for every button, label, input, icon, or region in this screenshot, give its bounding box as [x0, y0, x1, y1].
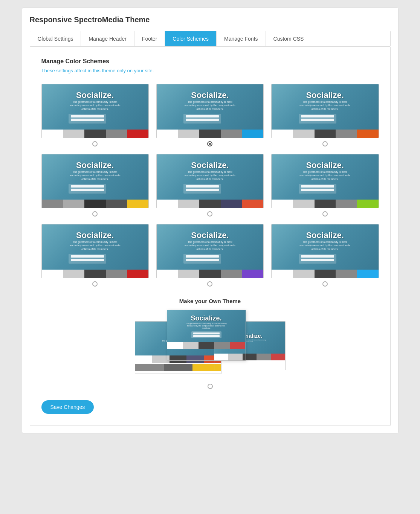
swatch-8-2 — [178, 270, 200, 278]
scheme-radio-own[interactable] — [208, 384, 213, 389]
scheme-preview-8[interactable]: Socialize. The greatness of a community … — [156, 224, 264, 278]
scheme-image-5: Socialize. The greatness of a community … — [157, 154, 263, 200]
tab-global-settings[interactable]: Global Settings — [30, 31, 81, 46]
swatch-8-5 — [242, 270, 264, 278]
scheme-field-9 — [186, 185, 219, 188]
save-button[interactable]: Save Changes — [41, 400, 94, 414]
swatch-2-4 — [221, 130, 242, 138]
scheme-preview-7[interactable]: Socialize. The greatness of a community … — [41, 224, 149, 278]
scheme-radio-6[interactable] — [322, 211, 328, 217]
scheme-field-10 — [186, 189, 219, 191]
scheme-preview-3[interactable]: Socialize. The greatness of a community … — [271, 84, 379, 138]
scheme-form-6 — [299, 184, 336, 194]
tab-footer[interactable]: Footer — [134, 31, 165, 46]
scheme-item-1: Socialize. The greatness of a community … — [41, 84, 149, 146]
swatch-4-4 — [106, 200, 127, 208]
scheme-headline-1: Socialize. — [69, 90, 121, 100]
scheme-radio-5[interactable] — [207, 211, 212, 217]
scheme-subtext-3: The greatness of a community is most acc… — [299, 100, 351, 110]
scheme-colors-8 — [157, 270, 263, 278]
scheme-field-4 — [186, 119, 219, 121]
scheme-colors-2 — [157, 130, 263, 138]
scheme-image-1: Socialize. The greatness of a community … — [42, 84, 148, 130]
swatch-2-5 — [242, 130, 264, 138]
scheme-radio-9[interactable] — [322, 281, 328, 287]
tab-color-schemes[interactable]: Color Schemes — [165, 31, 217, 46]
scheme-form-2 — [183, 114, 221, 124]
scheme-headline-7: Socialize. — [69, 230, 121, 240]
scheme-preview-1[interactable]: Socialize. The greatness of a community … — [41, 84, 149, 138]
swatch-7-1 — [42, 270, 63, 278]
scheme-image-8: Socialize. The greatness of a community … — [157, 224, 263, 270]
schemes-grid: Socialize. The greatness of a community … — [41, 84, 379, 287]
scheme-radio-2[interactable] — [207, 141, 212, 146]
scheme-item-4: Socialize. The greatness of a community … — [41, 154, 149, 217]
swatch-3-4 — [336, 130, 357, 138]
scheme-item-8: Socialize. The greatness of a community … — [156, 224, 264, 287]
swatch-6-3 — [315, 200, 336, 208]
scheme-subtext-5: The greatness of a community is most acc… — [183, 170, 236, 180]
swatch-9-1 — [272, 270, 293, 278]
scheme-form-7 — [69, 254, 106, 264]
swatch-5-4 — [221, 200, 242, 208]
scheme-image-4: Socialize. The greatness of a community … — [42, 154, 148, 200]
page-wrapper: Responsive SpectroMedia Theme Global Set… — [22, 8, 399, 433]
scheme-radio-4[interactable] — [92, 211, 98, 217]
scheme-item-7: Socialize. The greatness of a community … — [41, 224, 149, 287]
swatch-1-5 — [127, 130, 148, 138]
scheme-headline-3: Socialize. — [299, 90, 351, 100]
scheme-headline-8: Socialize. — [183, 230, 236, 240]
swatch-1-3 — [84, 130, 106, 138]
scheme-preview-6[interactable]: Socialize. The greatness of a community … — [271, 154, 379, 208]
scheme-headline-5: Socialize. — [183, 160, 236, 170]
back-colors-2 — [135, 364, 221, 371]
swatch-7-3 — [84, 270, 106, 278]
scheme-preview-5[interactable]: Socialize. The greatness of a community … — [156, 154, 264, 208]
tab-manage-fonts[interactable]: Manage Fonts — [217, 31, 266, 46]
scheme-overlay-9: Socialize. The greatness of a community … — [299, 230, 351, 263]
swatch-2-2 — [178, 130, 200, 138]
swatch-3-3 — [315, 130, 336, 138]
swatch-7-2 — [63, 270, 84, 278]
swatch-4-2 — [63, 200, 84, 208]
scheme-radio-7[interactable] — [92, 281, 98, 287]
scheme-subtext-6: The greatness of a community is most acc… — [299, 170, 351, 180]
swatch-5-3 — [199, 200, 221, 208]
swatch-7-4 — [106, 270, 127, 278]
scheme-preview-9[interactable]: Socialize. The greatness of a community … — [271, 224, 379, 278]
swatch-3-2 — [293, 130, 315, 138]
swatch-6-4 — [336, 200, 357, 208]
scheme-field-14 — [71, 259, 104, 261]
scheme-form-8 — [183, 254, 221, 264]
tab-manage-header[interactable]: Manage Header — [81, 31, 134, 46]
scheme-form-5 — [183, 184, 221, 194]
scheme-radio-8[interactable] — [207, 281, 212, 287]
scheme-radio-1[interactable] — [92, 141, 98, 146]
scheme-field-6 — [301, 119, 334, 121]
swatch-1-4 — [106, 130, 127, 138]
front-colors — [167, 342, 246, 349]
swatch-9-5 — [357, 270, 379, 278]
scheme-overlay-6: Socialize. The greatness of a community … — [299, 160, 351, 193]
scheme-field-17 — [301, 255, 334, 258]
scheme-field-16 — [186, 259, 219, 261]
scheme-form-3 — [299, 114, 336, 124]
tab-custom-css[interactable]: Custom CSS — [266, 31, 312, 46]
swatch-5-1 — [157, 200, 178, 208]
make-own-section: Make your Own Theme Sociali The greatnes… — [41, 298, 379, 389]
scheme-overlay-2: Socialize. The greatness of a community … — [183, 90, 236, 123]
scheme-preview-2[interactable]: Socialize. The greatness of a community … — [156, 84, 264, 138]
scheme-form-9 — [299, 254, 336, 264]
swatch-6-5 — [357, 200, 379, 208]
scheme-subtext-4: The greatness of a community is most acc… — [69, 170, 121, 180]
scheme-preview-4[interactable]: Socialize. The greatness of a community … — [41, 154, 149, 208]
scheme-image-2: Socialize. The greatness of a community … — [157, 84, 263, 130]
swatch-6-2 — [293, 200, 315, 208]
scheme-field-2 — [71, 119, 104, 121]
swatch-4-5 — [127, 200, 148, 208]
scheme-subtext-9: The greatness of a community is most acc… — [299, 240, 351, 250]
front-headline: Socialize. — [191, 314, 221, 322]
scheme-radio-3[interactable] — [322, 141, 328, 146]
scheme-overlay-8: Socialize. The greatness of a community … — [183, 230, 236, 263]
scheme-subtext-8: The greatness of a community is most acc… — [183, 240, 236, 250]
